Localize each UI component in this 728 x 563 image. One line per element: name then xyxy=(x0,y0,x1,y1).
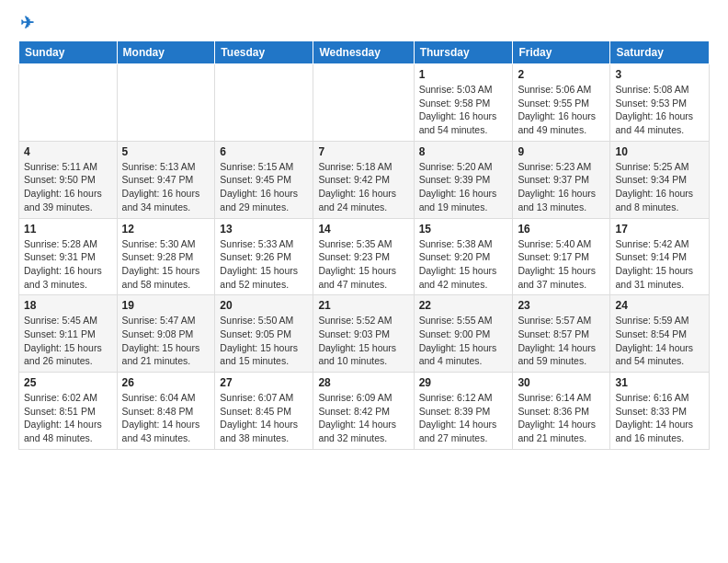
day-number: 3 xyxy=(615,68,704,81)
weekday-header-row: SundayMondayTuesdayWednesdayThursdayFrid… xyxy=(19,41,710,64)
calendar-cell: 13Sunrise: 5:33 AM Sunset: 9:26 PM Dayli… xyxy=(215,218,313,295)
calendar-cell: 31Sunrise: 6:16 AM Sunset: 8:33 PM Dayli… xyxy=(610,373,710,450)
calendar-cell: 9Sunrise: 5:23 AM Sunset: 9:37 PM Daylig… xyxy=(513,141,610,218)
day-info: Sunrise: 6:12 AM Sunset: 8:39 PM Dayligh… xyxy=(419,391,508,445)
day-info: Sunrise: 5:03 AM Sunset: 9:58 PM Dayligh… xyxy=(419,83,508,137)
day-info: Sunrise: 5:11 AM Sunset: 9:50 PM Dayligh… xyxy=(24,160,112,214)
day-number: 6 xyxy=(220,145,308,158)
day-number: 2 xyxy=(518,68,605,81)
day-info: Sunrise: 5:50 AM Sunset: 9:05 PM Dayligh… xyxy=(220,314,308,368)
calendar-cell: 1Sunrise: 5:03 AM Sunset: 9:58 PM Daylig… xyxy=(414,64,513,142)
day-number: 19 xyxy=(122,299,210,312)
day-info: Sunrise: 5:57 AM Sunset: 8:57 PM Dayligh… xyxy=(518,314,605,368)
day-number: 1 xyxy=(419,68,508,81)
day-info: Sunrise: 5:40 AM Sunset: 9:17 PM Dayligh… xyxy=(518,237,605,292)
calendar-cell: 11Sunrise: 5:28 AM Sunset: 9:31 PM Dayli… xyxy=(19,218,118,295)
day-number: 23 xyxy=(518,299,605,312)
day-info: Sunrise: 5:28 AM Sunset: 9:31 PM Dayligh… xyxy=(24,237,112,292)
day-number: 17 xyxy=(615,223,704,236)
day-info: Sunrise: 5:20 AM Sunset: 9:39 PM Dayligh… xyxy=(419,160,508,214)
calendar-cell: 12Sunrise: 5:30 AM Sunset: 9:28 PM Dayli… xyxy=(117,218,215,295)
calendar-cell: 8Sunrise: 5:20 AM Sunset: 9:39 PM Daylig… xyxy=(414,141,513,218)
day-number: 4 xyxy=(24,145,112,158)
day-number: 8 xyxy=(419,145,508,158)
week-row-5: 25Sunrise: 6:02 AM Sunset: 8:51 PM Dayli… xyxy=(19,373,710,450)
week-row-3: 11Sunrise: 5:28 AM Sunset: 9:31 PM Dayli… xyxy=(19,218,710,295)
day-number: 26 xyxy=(122,376,210,389)
weekday-header-saturday: Saturday xyxy=(610,41,710,64)
day-info: Sunrise: 6:16 AM Sunset: 8:33 PM Dayligh… xyxy=(615,391,704,445)
day-number: 28 xyxy=(318,376,408,389)
calendar-cell: 5Sunrise: 5:13 AM Sunset: 9:47 PM Daylig… xyxy=(117,141,215,218)
day-number: 25 xyxy=(24,376,112,389)
day-info: Sunrise: 5:38 AM Sunset: 9:20 PM Dayligh… xyxy=(419,237,508,292)
day-number: 21 xyxy=(318,299,408,312)
day-number: 12 xyxy=(122,223,210,236)
day-number: 9 xyxy=(518,145,605,158)
day-info: Sunrise: 5:08 AM Sunset: 9:53 PM Dayligh… xyxy=(615,83,704,137)
calendar-cell: 15Sunrise: 5:38 AM Sunset: 9:20 PM Dayli… xyxy=(414,218,513,295)
day-info: Sunrise: 5:25 AM Sunset: 9:34 PM Dayligh… xyxy=(615,160,704,214)
calendar-cell: 3Sunrise: 5:08 AM Sunset: 9:53 PM Daylig… xyxy=(610,64,710,142)
day-info: Sunrise: 6:09 AM Sunset: 8:42 PM Dayligh… xyxy=(318,391,408,445)
day-info: Sunrise: 5:52 AM Sunset: 9:03 PM Dayligh… xyxy=(318,314,408,368)
page: ✈ SundayMondayTuesdayWednesdayThursdayFr… xyxy=(0,0,728,465)
calendar-cell xyxy=(215,64,313,142)
weekday-header-friday: Friday xyxy=(513,41,610,64)
week-row-4: 18Sunrise: 5:45 AM Sunset: 9:11 PM Dayli… xyxy=(19,295,710,373)
calendar-cell: 23Sunrise: 5:57 AM Sunset: 8:57 PM Dayli… xyxy=(513,295,610,373)
weekday-header-monday: Monday xyxy=(117,41,215,64)
day-info: Sunrise: 5:59 AM Sunset: 8:54 PM Dayligh… xyxy=(615,314,704,368)
day-number: 31 xyxy=(615,376,704,389)
day-info: Sunrise: 5:06 AM Sunset: 9:55 PM Dayligh… xyxy=(518,83,605,137)
day-info: Sunrise: 6:04 AM Sunset: 8:48 PM Dayligh… xyxy=(122,391,210,445)
weekday-header-wednesday: Wednesday xyxy=(313,41,414,64)
day-info: Sunrise: 5:45 AM Sunset: 9:11 PM Dayligh… xyxy=(24,314,112,368)
day-number: 16 xyxy=(518,223,605,236)
day-info: Sunrise: 5:35 AM Sunset: 9:23 PM Dayligh… xyxy=(318,237,408,292)
day-number: 20 xyxy=(220,299,308,312)
calendar-cell: 16Sunrise: 5:40 AM Sunset: 9:17 PM Dayli… xyxy=(513,218,610,295)
calendar-cell: 25Sunrise: 6:02 AM Sunset: 8:51 PM Dayli… xyxy=(19,373,118,450)
calendar-cell: 27Sunrise: 6:07 AM Sunset: 8:45 PM Dayli… xyxy=(215,373,313,450)
day-info: Sunrise: 5:33 AM Sunset: 9:26 PM Dayligh… xyxy=(220,237,308,292)
day-number: 22 xyxy=(419,299,508,312)
day-info: Sunrise: 6:02 AM Sunset: 8:51 PM Dayligh… xyxy=(24,391,112,445)
day-info: Sunrise: 5:15 AM Sunset: 9:45 PM Dayligh… xyxy=(220,160,308,214)
day-info: Sunrise: 5:23 AM Sunset: 9:37 PM Dayligh… xyxy=(518,160,605,214)
weekday-header-sunday: Sunday xyxy=(19,41,118,64)
calendar-cell xyxy=(19,64,118,142)
day-info: Sunrise: 5:30 AM Sunset: 9:28 PM Dayligh… xyxy=(122,237,210,292)
calendar-cell: 19Sunrise: 5:47 AM Sunset: 9:08 PM Dayli… xyxy=(117,295,215,373)
day-number: 5 xyxy=(122,145,210,158)
logo: ✈ xyxy=(18,15,34,31)
day-number: 13 xyxy=(220,223,308,236)
calendar-cell: 28Sunrise: 6:09 AM Sunset: 8:42 PM Dayli… xyxy=(313,373,414,450)
calendar-cell xyxy=(313,64,414,142)
day-info: Sunrise: 5:47 AM Sunset: 9:08 PM Dayligh… xyxy=(122,314,210,368)
calendar-cell: 10Sunrise: 5:25 AM Sunset: 9:34 PM Dayli… xyxy=(610,141,710,218)
calendar-cell: 26Sunrise: 6:04 AM Sunset: 8:48 PM Dayli… xyxy=(117,373,215,450)
week-row-2: 4Sunrise: 5:11 AM Sunset: 9:50 PM Daylig… xyxy=(19,141,710,218)
day-number: 11 xyxy=(24,223,112,236)
logo-text: ✈ xyxy=(18,15,34,31)
calendar-cell: 7Sunrise: 5:18 AM Sunset: 9:42 PM Daylig… xyxy=(313,141,414,218)
calendar-cell: 22Sunrise: 5:55 AM Sunset: 9:00 PM Dayli… xyxy=(414,295,513,373)
calendar-cell: 4Sunrise: 5:11 AM Sunset: 9:50 PM Daylig… xyxy=(19,141,118,218)
calendar-cell: 17Sunrise: 5:42 AM Sunset: 9:14 PM Dayli… xyxy=(610,218,710,295)
day-info: Sunrise: 5:42 AM Sunset: 9:14 PM Dayligh… xyxy=(615,237,704,292)
day-number: 15 xyxy=(419,223,508,236)
calendar-cell: 30Sunrise: 6:14 AM Sunset: 8:36 PM Dayli… xyxy=(513,373,610,450)
day-info: Sunrise: 5:55 AM Sunset: 9:00 PM Dayligh… xyxy=(419,314,508,368)
calendar: SundayMondayTuesdayWednesdayThursdayFrid… xyxy=(18,40,710,450)
day-info: Sunrise: 5:13 AM Sunset: 9:47 PM Dayligh… xyxy=(122,160,210,214)
calendar-cell: 21Sunrise: 5:52 AM Sunset: 9:03 PM Dayli… xyxy=(313,295,414,373)
day-number: 7 xyxy=(318,145,408,158)
day-number: 29 xyxy=(419,376,508,389)
calendar-cell: 29Sunrise: 6:12 AM Sunset: 8:39 PM Dayli… xyxy=(414,373,513,450)
day-info: Sunrise: 6:14 AM Sunset: 8:36 PM Dayligh… xyxy=(518,391,605,445)
weekday-header-thursday: Thursday xyxy=(414,41,513,64)
day-number: 14 xyxy=(318,223,408,236)
day-info: Sunrise: 6:07 AM Sunset: 8:45 PM Dayligh… xyxy=(220,391,308,445)
day-number: 10 xyxy=(615,145,704,158)
